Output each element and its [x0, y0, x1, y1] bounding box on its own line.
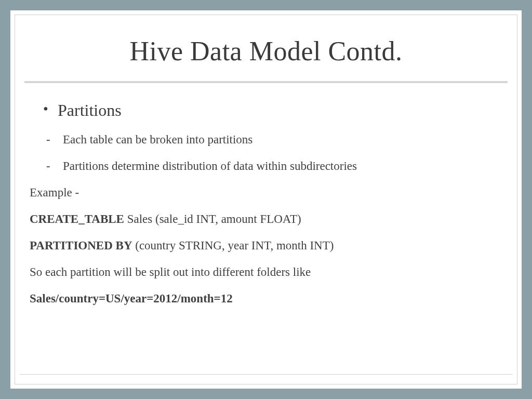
footer-divider	[19, 374, 513, 375]
title-container: Hive Data Model Contd.	[19, 15, 513, 81]
dash-marker: -	[46, 131, 63, 148]
slide-outer-frame: Hive Data Model Contd. Partitions - Each…	[10, 10, 522, 389]
code-keyword-1: CREATE_TABLE	[30, 212, 124, 225]
sub-bullet-2-text: Partitions determine distribution of dat…	[63, 158, 357, 174]
code-rest-2: (country STRING, year INT, month INT)	[132, 239, 334, 252]
main-bullet: Partitions	[43, 101, 496, 120]
path-line: Sales/country=US/year=2012/month=12	[30, 290, 496, 307]
slide-inner-frame: Hive Data Model Contd. Partitions - Each…	[15, 15, 517, 384]
sub-bullet-1-text: Each table can be broken into partitions	[63, 131, 252, 148]
code-line-2: PARTITIONED BY (country STRING, year INT…	[30, 237, 496, 254]
content-area: Partitions - Each table can be broken in…	[15, 83, 517, 307]
code-rest-1: Sales (sale_id INT, amount FLOAT)	[124, 212, 301, 225]
example-label: Example -	[30, 184, 496, 201]
slide-title: Hive Data Model Contd.	[30, 36, 502, 66]
sub-bullet-1: - Each table can be broken into partitio…	[43, 131, 496, 148]
explain-line: So each partition will be split out into…	[30, 264, 496, 280]
dash-marker: -	[46, 158, 63, 174]
sub-bullet-2: - Partitions determine distribution of d…	[43, 158, 496, 174]
code-line-1: CREATE_TABLE Sales (sale_id INT, amount …	[30, 211, 496, 227]
code-keyword-2: PARTITIONED BY	[30, 239, 132, 252]
